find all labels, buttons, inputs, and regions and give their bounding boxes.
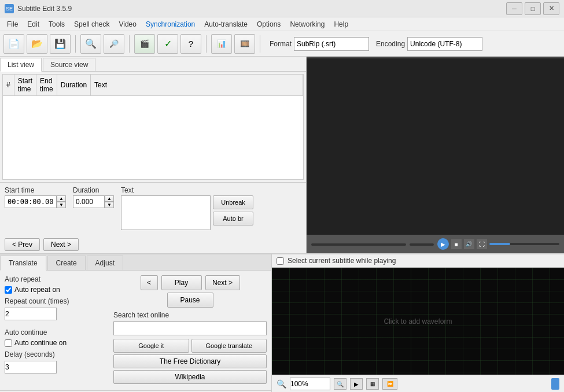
text-input[interactable]: [121, 195, 211, 230]
menu-options[interactable]: Options: [252, 19, 285, 29]
playback-buttons-row: < Play Next >: [113, 275, 267, 290]
bottom-section: Translate Create Adjust Auto repeat Auto…: [0, 253, 564, 392]
duration-up[interactable]: ▲: [105, 195, 114, 202]
auto-continue-checkbox[interactable]: [5, 339, 12, 347]
subtitle-table-container[interactable]: # Start time End time Duration Text: [2, 74, 304, 180]
menu-tools[interactable]: Tools: [44, 19, 69, 29]
zoom-in-button[interactable]: 🔍: [334, 378, 346, 390]
app-icon: SE: [5, 4, 14, 13]
tab-create[interactable]: Create: [47, 256, 86, 270]
waveform-panel: Select current subtitle while playing Cl…: [272, 254, 564, 392]
google-it-button[interactable]: Google it: [113, 339, 189, 353]
auto-repeat-row: Auto repeat on: [5, 286, 109, 294]
col-duration: Duration: [57, 75, 90, 96]
video-mute-button[interactable]: 🔊: [464, 239, 474, 249]
new-button[interactable]: 📄: [3, 34, 24, 54]
video-play-button[interactable]: ▶: [437, 238, 449, 250]
auto-repeat-checkbox[interactable]: [5, 286, 12, 294]
duration-label: Duration: [73, 186, 114, 194]
zoom-out-icon[interactable]: 🔍: [277, 379, 286, 389]
waveform-display[interactable]: Click to add waveform: [272, 268, 564, 375]
video-controls: ▶ ■ 🔊 ⛶: [307, 235, 564, 253]
menu-synchronization[interactable]: Synchronization: [141, 19, 200, 29]
translate-next-button[interactable]: Next >: [205, 275, 240, 290]
start-time-down[interactable]: ▼: [57, 202, 66, 208]
help-button[interactable]: ?: [180, 34, 201, 54]
repeat-count-label: Repeat count (times): [5, 297, 109, 305]
prev-button[interactable]: < Prev: [5, 238, 40, 251]
translate-prev-button[interactable]: <: [141, 275, 158, 290]
translate-left-col: Auto repeat Auto repeat on Repeat count …: [5, 275, 109, 386]
delay-select[interactable]: 3 1 2 4 5: [5, 361, 57, 373]
nav-buttons: < Prev Next >: [0, 236, 306, 253]
format-label: Format: [270, 40, 292, 48]
translate-play-button[interactable]: Play: [161, 275, 202, 290]
start-time-input[interactable]: [5, 195, 57, 208]
tab-translate[interactable]: Translate: [0, 256, 46, 271]
video-fullscreen-button[interactable]: ⛶: [477, 239, 487, 249]
menu-video[interactable]: Video: [114, 19, 141, 29]
bottom-tab-bar: Translate Create Adjust: [0, 254, 271, 271]
findreplace-button[interactable]: 🔎: [104, 34, 124, 54]
google-translate-button[interactable]: Google translate: [191, 339, 267, 353]
top-tab-bar: List view Source view: [0, 57, 306, 72]
repeat-count-select[interactable]: 2 1 3 4 5: [5, 308, 57, 320]
duration-down[interactable]: ▼: [105, 202, 114, 208]
wikipedia-button[interactable]: Wikipedia: [113, 370, 267, 384]
start-time-up[interactable]: ▲: [57, 195, 66, 202]
menu-auto-translate[interactable]: Auto-translate: [200, 19, 252, 29]
text-action-buttons: Unbreak Auto br: [213, 195, 253, 230]
search-online-input[interactable]: [113, 321, 267, 335]
video-add-button[interactable]: 🎬: [134, 34, 155, 54]
duration-input[interactable]: [73, 195, 105, 208]
spell-check-button[interactable]: ✓: [157, 34, 178, 54]
auto-repeat-on-label: Auto repeat on: [14, 286, 60, 294]
auto-continue-on-label: Auto continue on: [14, 339, 67, 347]
menu-help[interactable]: Help: [329, 19, 353, 29]
open-button[interactable]: 📂: [27, 34, 47, 54]
video-panel: ▶ ■ 🔊 ⛶: [307, 57, 564, 253]
auto-br-button[interactable]: Auto br: [213, 212, 253, 225]
save-button[interactable]: 💾: [50, 34, 71, 54]
clapboard-button[interactable]: 🎞️: [234, 34, 255, 54]
next-button[interactable]: Next >: [43, 238, 79, 251]
minimize-button[interactable]: ─: [506, 2, 522, 15]
tab-adjust[interactable]: Adjust: [87, 256, 123, 270]
video-stop-button[interactable]: ■: [451, 239, 462, 249]
col-start-time: Start time: [14, 75, 36, 96]
close-button[interactable]: ✕: [543, 2, 559, 15]
menu-bar: File Edit Tools Spell check Video Synchr…: [0, 17, 564, 31]
select-subtitle-checkbox[interactable]: [277, 257, 284, 265]
auto-repeat-label: Auto repeat: [5, 275, 109, 283]
chart-button[interactable]: 📊: [211, 34, 232, 54]
translate-pause-button[interactable]: Pause: [167, 293, 213, 308]
col-number: #: [3, 75, 14, 96]
encoding-select[interactable]: Unicode (UTF-8): [407, 37, 482, 51]
menu-edit[interactable]: Edit: [23, 19, 44, 29]
window-title: Subtitle Edit 3.5.9: [17, 5, 506, 13]
tab-list-view[interactable]: List view: [0, 58, 42, 72]
menu-spell-check[interactable]: Spell check: [69, 19, 114, 29]
play-waveform-button[interactable]: ▶: [350, 378, 363, 390]
subtitle-table: # Start time End time Duration Text: [3, 75, 303, 96]
tab-source-view[interactable]: Source view: [43, 58, 95, 71]
maximize-button[interactable]: □: [525, 2, 541, 15]
video-placeholder: [307, 57, 564, 235]
waveform-marker[interactable]: [551, 378, 559, 390]
forward-button[interactable]: ⏩: [382, 378, 397, 390]
menu-file[interactable]: File: [2, 19, 23, 29]
toolbar: 📄 📂 💾 🔍 🔎 🎬 ✓ ? 📊 🎞️ Format SubRip (.srt…: [0, 31, 564, 57]
start-time-spinner: ▲ ▼: [57, 195, 66, 208]
auto-continue-row: Auto continue on: [5, 339, 109, 347]
free-dictionary-button[interactable]: The Free Dictionary: [113, 354, 267, 368]
find-button[interactable]: 🔍: [80, 34, 101, 54]
menu-networking[interactable]: Networking: [285, 19, 329, 29]
grid-button[interactable]: ▦: [366, 378, 379, 390]
unbreak-button[interactable]: Unbreak: [213, 195, 253, 209]
format-select[interactable]: SubRip (.srt): [294, 37, 369, 51]
video-seekbar[interactable]: [311, 243, 406, 246]
video-progressbar[interactable]: [489, 243, 560, 245]
text-label: Text: [121, 186, 301, 194]
zoom-select[interactable]: 100% 50% 150% 200%: [290, 378, 330, 390]
delay-label: Delay (seconds): [5, 350, 109, 358]
